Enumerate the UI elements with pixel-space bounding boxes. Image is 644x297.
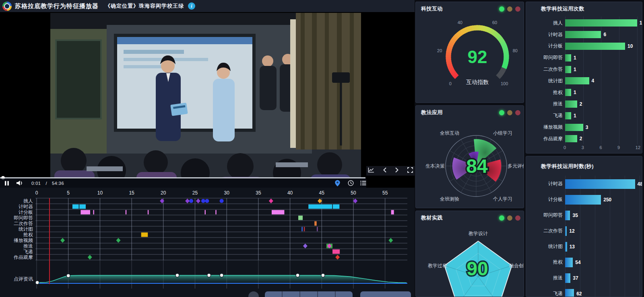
timeline-mark[interactable] xyxy=(314,221,317,226)
timeline-mark[interactable] xyxy=(388,238,393,243)
review-data-point[interactable] xyxy=(175,274,179,277)
status-led[interactable] xyxy=(515,6,520,12)
status-led-group[interactable] xyxy=(499,110,520,115)
timeline-mark[interactable] xyxy=(116,238,121,243)
timeline-mark[interactable] xyxy=(303,244,308,248)
pause-button[interactable] xyxy=(0,178,14,188)
x-axis-tick-label: 6 xyxy=(599,145,602,150)
timeline-mark[interactable] xyxy=(332,250,340,254)
timeline-mark[interactable] xyxy=(353,199,357,203)
timeline-mark[interactable] xyxy=(272,210,284,215)
timeline-mark[interactable] xyxy=(220,199,224,203)
playlist-icon[interactable] xyxy=(360,178,366,188)
timeline-mark[interactable] xyxy=(301,227,303,231)
review-data-point[interactable] xyxy=(66,274,70,277)
timeline-mark[interactable] xyxy=(126,210,127,215)
player-controls: 0:01 / 54:36 xyxy=(0,178,366,188)
volume-button[interactable] xyxy=(14,178,26,188)
info-icon[interactable]: i xyxy=(188,2,195,10)
svg-text:50: 50 xyxy=(351,190,356,196)
bar[interactable] xyxy=(565,77,589,84)
timeline-mark[interactable] xyxy=(160,199,164,203)
timeline-mark[interactable] xyxy=(80,210,90,215)
bar[interactable] xyxy=(565,242,567,252)
bar[interactable] xyxy=(565,54,571,61)
bar-value: 1 xyxy=(574,67,576,72)
timeline-mark[interactable] xyxy=(304,227,305,231)
timeline-mark[interactable] xyxy=(205,199,209,203)
pentagon-axis-label: 教学过程 xyxy=(428,263,447,268)
bar[interactable] xyxy=(565,195,601,205)
video-area[interactable]: 0:01 / 54:36 xyxy=(0,12,415,188)
timeline-mark[interactable] xyxy=(196,199,200,203)
timeline-mark[interactable] xyxy=(88,255,92,260)
status-led[interactable] xyxy=(507,6,512,12)
timeline-row-label: 作品观摩 xyxy=(13,254,33,260)
bar-value: 1 xyxy=(574,90,576,95)
timeline-mark[interactable] xyxy=(317,227,318,231)
timeline-mark[interactable] xyxy=(318,199,322,203)
behavior-timeline[interactable]: 0510152025303540455055挑人计时器计分板即问即答二次作答统计… xyxy=(0,188,415,297)
status-led[interactable] xyxy=(507,110,512,115)
status-led[interactable] xyxy=(499,110,504,115)
bar[interactable] xyxy=(565,135,577,142)
bar[interactable] xyxy=(565,258,573,267)
chevron-left-icon[interactable] xyxy=(383,167,387,174)
timeline-mark[interactable] xyxy=(333,205,340,209)
timeline-page-buttons[interactable] xyxy=(265,291,353,297)
review-data-point[interactable] xyxy=(35,281,39,285)
timeline-mark[interactable] xyxy=(269,199,273,203)
timeline-range-button[interactable] xyxy=(360,291,411,297)
bar-value: 12 xyxy=(640,20,642,26)
status-led[interactable] xyxy=(515,215,520,221)
bar[interactable] xyxy=(565,179,635,189)
line-chart-icon[interactable] xyxy=(368,167,374,174)
review-data-point[interactable] xyxy=(296,274,299,277)
bar[interactable] xyxy=(565,273,570,283)
timeline-mark[interactable] xyxy=(60,238,65,243)
bar[interactable] xyxy=(565,112,571,119)
video-frame xyxy=(50,13,361,178)
timeline-mark[interactable] xyxy=(308,205,332,209)
fullscreen-icon[interactable] xyxy=(407,167,413,174)
status-led-group[interactable] xyxy=(499,215,520,221)
bar[interactable] xyxy=(565,31,601,38)
timeline-mark[interactable] xyxy=(72,205,79,209)
status-led[interactable] xyxy=(499,6,504,12)
timeline-mark[interactable] xyxy=(201,199,205,203)
marker-pin-icon[interactable] xyxy=(335,178,340,188)
bar[interactable] xyxy=(565,66,571,73)
timeline-mark[interactable] xyxy=(204,210,206,215)
bar[interactable] xyxy=(565,211,570,220)
status-led[interactable] xyxy=(499,215,504,221)
bar[interactable] xyxy=(565,100,577,108)
bar-category-label: 统计图 xyxy=(528,78,563,84)
review-data-point[interactable] xyxy=(207,274,211,277)
rose-axis-label: 全班互动 xyxy=(440,130,459,136)
timeline-mark[interactable] xyxy=(148,210,149,215)
timeline-mark[interactable] xyxy=(391,210,394,215)
app-logo xyxy=(2,2,12,11)
review-data-point[interactable] xyxy=(220,274,223,277)
bar[interactable] xyxy=(565,19,637,27)
bar[interactable] xyxy=(565,43,625,50)
bar[interactable] xyxy=(565,124,583,131)
timeline-mark[interactable] xyxy=(335,255,340,260)
total-duration: 54:36 xyxy=(52,181,64,186)
timeline-mark[interactable] xyxy=(215,210,217,215)
bar[interactable] xyxy=(565,289,574,297)
timeline-mark[interactable] xyxy=(298,216,303,220)
timeline-mark[interactable] xyxy=(93,210,94,215)
status-led-group[interactable] xyxy=(499,6,520,12)
clock-icon[interactable] xyxy=(348,178,354,188)
review-data-point[interactable] xyxy=(321,274,325,277)
timeline-mark[interactable] xyxy=(185,199,190,203)
timeline-mark[interactable] xyxy=(141,233,148,237)
bar[interactable] xyxy=(565,89,571,96)
timeline-mark[interactable] xyxy=(79,205,86,209)
status-led[interactable] xyxy=(515,110,520,115)
timeline-mark[interactable] xyxy=(189,199,193,203)
chevron-right-icon[interactable] xyxy=(395,167,399,174)
bar[interactable] xyxy=(565,226,567,236)
status-led[interactable] xyxy=(507,215,512,221)
